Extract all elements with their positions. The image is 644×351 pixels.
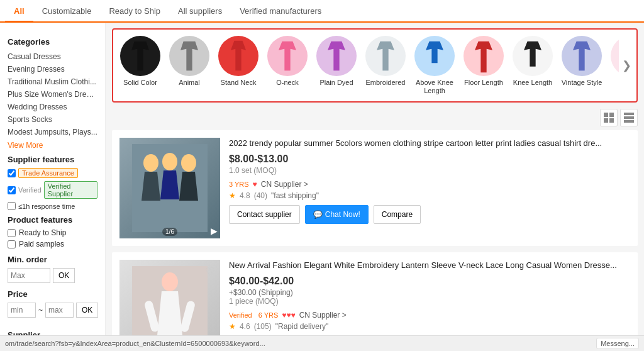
hearts-icon-2: ♥♥♥ (282, 311, 295, 320)
category-above-knee[interactable]: Above Knee Length (410, 35, 459, 96)
wishlist-btn-2[interactable]: ♡ (205, 265, 215, 279)
tab-customizable[interactable]: Customizable (33, 1, 101, 21)
sidebar: Categories Casual Dresses Evening Dresse… (0, 23, 106, 351)
rapid-delivery-2: "Rapid delivery" (275, 322, 329, 331)
svg-rect-2 (604, 118, 608, 123)
product-title-1[interactable]: 2022 trendy popular summer 5colors women… (229, 138, 630, 149)
cn-supplier-link-1[interactable]: CN Supplier > (261, 180, 308, 189)
category-label: Knee Length (513, 79, 552, 87)
category-solid-color[interactable]: Solid Color (116, 35, 165, 96)
view-more-link[interactable]: View More (8, 141, 97, 150)
trade-assurance-checkbox[interactable] (8, 169, 16, 177)
supplier-features-title: Supplier features (8, 155, 97, 164)
category-items-list: Solid Color Animal (116, 35, 619, 96)
tab-verified-manufacturers[interactable]: Verified manufacturers (231, 1, 330, 21)
stars-1: ★ (229, 191, 236, 200)
product-title-2[interactable]: New Arrival Fashion Elegant White Embroi… (229, 260, 630, 271)
grid-4-toggle[interactable] (600, 109, 618, 126)
grid-2-toggle[interactable] (620, 109, 638, 126)
category-o-neck[interactable]: O-neck (263, 35, 312, 96)
product-info-1: 2022 trendy popular summer 5colors women… (229, 138, 630, 238)
fast-shipping-1: "fast shipping" (271, 191, 319, 200)
category-label: Embroidered (366, 79, 406, 87)
play-button-1[interactable]: ▶ (211, 226, 218, 236)
verified-supplier-row: Verified Verified Supplier (8, 181, 97, 199)
category-label: Floor Length (464, 79, 503, 87)
chat-now-btn-1[interactable]: 💬 Chat Now! (305, 205, 369, 224)
rating-row-2: ★ 4.6 (105) "Rapid delivery" (229, 322, 630, 331)
sidebar-sports-socks[interactable]: Sports Socks (8, 113, 97, 126)
response-time-checkbox[interactable] (8, 202, 16, 210)
verified-supplier-checkbox[interactable] (8, 186, 16, 194)
price-ok-button[interactable]: OK (76, 303, 98, 318)
paid-samples-label: Paid samples (19, 240, 64, 248)
verified-prefix: Verified (18, 186, 42, 194)
view-toggles (112, 109, 638, 126)
min-order-ok-button[interactable]: OK (53, 268, 75, 283)
rating-count-1: (40) (254, 191, 267, 200)
category-label: Solid Color (123, 79, 157, 87)
sidebar-jumpsuits[interactable]: Modest Jumpsuits, Plays... (8, 126, 97, 138)
price-title: Price (8, 289, 97, 299)
compare-btn-1[interactable]: Compare (374, 205, 421, 224)
cn-supplier-link-2[interactable]: CN Supplier > (299, 311, 347, 320)
product-price-2: $40.00-$42.00 (229, 276, 630, 287)
category-strip: Solid Color Animal (112, 28, 638, 103)
category-label: Stand Neck (221, 79, 257, 87)
sidebar-plus-size[interactable]: Plus Size Women's Dresses (8, 88, 97, 101)
product-card-1: 1/6 ▶ 2022 trendy popular summer 5colors… (112, 130, 638, 246)
main-content: Solid Color Animal (106, 23, 644, 351)
category-stand-neck[interactable]: Stand Neck (214, 35, 263, 96)
verified-tag-2: Verified (229, 311, 252, 319)
category-vintage-style[interactable]: Vintage Style (557, 35, 606, 96)
price-section: Price ~ OK (8, 289, 97, 318)
rating-value-1: 4.8 (240, 191, 250, 200)
sidebar-casual-dresses[interactable]: Casual Dresses (8, 50, 97, 63)
paid-samples-row: Paid samples (8, 240, 97, 248)
tab-all-suppliers[interactable]: All suppliers (169, 1, 231, 21)
tab-all[interactable]: All (5, 1, 33, 22)
product-image-1[interactable]: 1/6 ▶ (119, 138, 220, 238)
category-embroidered[interactable]: Embroidered (361, 35, 410, 96)
paid-samples-checkbox[interactable] (8, 240, 16, 248)
category-floor-length[interactable]: Floor Length (459, 35, 508, 96)
rating-value-2: 4.6 (240, 322, 250, 331)
svg-rect-6 (624, 120, 634, 123)
category-animal[interactable]: Animal (165, 35, 214, 96)
category-label: Plain Dyed (319, 79, 353, 87)
price-min-input[interactable] (8, 303, 36, 318)
svg-point-8 (143, 154, 158, 172)
contact-supplier-btn-1[interactable]: Contact supplier (229, 205, 300, 224)
tab-ready-to-ship[interactable]: Ready to Ship (100, 1, 169, 21)
supplier-years-2: 6 YRS (258, 311, 279, 319)
messenger-btn[interactable]: Messeng... (596, 338, 639, 349)
category-label: Above Knee Length (413, 79, 457, 95)
sidebar-evening-dresses[interactable]: Evening Dresses (8, 63, 97, 75)
price-max-input[interactable] (45, 303, 74, 318)
chat-icon-1: 💬 (313, 210, 323, 219)
img-counter-1: 1/6 (162, 228, 177, 236)
svg-rect-4 (624, 113, 634, 115)
category-label: O-neck (276, 79, 298, 87)
strip-next-arrow[interactable]: ❯ (619, 45, 634, 86)
sidebar-wedding[interactable]: Wedding Dresses (8, 101, 97, 113)
min-order-title: Min. order (8, 255, 97, 264)
product-shipping-2: +$30.00 (Shipping) (229, 288, 630, 297)
response-time-label: ≤1h response time (18, 203, 75, 210)
category-plain-dyed[interactable]: Plain Dyed (312, 35, 361, 96)
price-separator: ~ (38, 306, 43, 315)
categories-title: Categories (8, 37, 97, 47)
rating-row-1: ★ 4.8 (40) "fast shipping" (229, 191, 630, 200)
top-navigation: All Customizable Ready to Ship All suppl… (0, 0, 644, 23)
supplier-info-1: 3 YRS ♥ CN Supplier > (229, 180, 630, 189)
ready-to-ship-row: Ready to Ship (8, 228, 97, 237)
min-order-input[interactable] (8, 268, 50, 283)
product-price-1: $8.00-$13.00 (229, 153, 630, 165)
category-label: Vintage Style (562, 79, 602, 87)
ready-to-ship-checkbox[interactable] (8, 229, 16, 237)
category-elegant[interactable]: Elegant (606, 35, 619, 96)
category-knee-length[interactable]: Knee Length (508, 35, 557, 96)
sidebar-traditional[interactable]: Traditional Muslim Clothi... (8, 75, 97, 88)
trade-assurance-badge: Trade Assurance (18, 168, 78, 178)
trade-assurance-row: Trade Assurance (8, 168, 97, 178)
